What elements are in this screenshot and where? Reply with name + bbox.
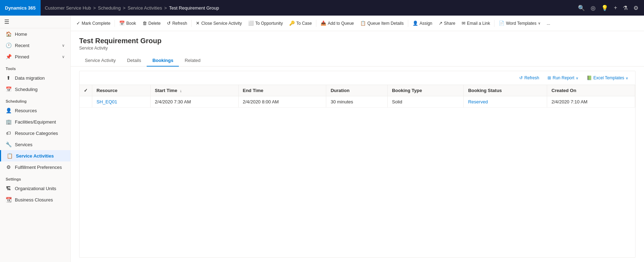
brand-logo[interactable]: Dynamics 365	[0, 0, 41, 16]
table-refresh-button[interactable]: ↺ Refresh	[516, 74, 542, 82]
sidebar-item-data-migration[interactable]: ⬆ Data migration	[0, 72, 70, 84]
divider	[115, 20, 115, 27]
business-closures-icon: 📆	[6, 197, 11, 203]
mark-complete-button[interactable]: ✓ Mark Complete	[74, 19, 113, 27]
target-icon[interactable]: ◎	[591, 5, 596, 11]
row-resource[interactable]: SH_EQ01	[92, 96, 151, 108]
settings-icon[interactable]: ⚙	[633, 5, 638, 11]
case-icon: 🔑	[289, 21, 295, 26]
col-resource[interactable]: Resource	[92, 85, 151, 96]
col-booking-type[interactable]: Booking Type	[387, 85, 463, 96]
sidebar-item-service-activities[interactable]: 📋 Service Activities	[0, 150, 70, 161]
tabs: Service Activity Details Bookings Relate…	[71, 55, 644, 67]
email-link-button[interactable]: ✉ Email a Link	[459, 19, 493, 27]
sidebar-item-org-units[interactable]: 🏗 Organizational Units	[0, 183, 70, 194]
word-icon: 📄	[499, 21, 504, 26]
add-to-queue-button[interactable]: 📥 Add to Queue	[318, 19, 357, 27]
col-resource-label: Resource	[96, 88, 117, 93]
to-opportunity-label: To Opportunity	[255, 21, 283, 26]
org-units-icon: 🏗	[6, 186, 11, 191]
row-booking-status[interactable]: Reserved	[464, 96, 547, 108]
data-migration-icon: ⬆	[6, 75, 11, 81]
sidebar-item-services-label: Services	[15, 142, 33, 147]
breadcrumb-app[interactable]: Customer Service Hub	[45, 5, 91, 11]
table-area: ↺ Refresh ⊞ Run Report ∨ 📗 Excel Templat…	[79, 71, 636, 258]
col-end-time[interactable]: End Time	[238, 85, 326, 96]
sidebar-item-fulfillment[interactable]: ⚙ Fulfillment Preferences	[0, 161, 70, 173]
tab-service-activity[interactable]: Service Activity	[79, 55, 121, 67]
col-check[interactable]: ✓	[80, 85, 92, 96]
table-toolbar: ↺ Refresh ⊞ Run Report ∨ 📗 Excel Templat…	[80, 71, 635, 85]
delete-button[interactable]: 🗑 Delete	[140, 19, 164, 27]
breadcrumb: Customer Service Hub > Scheduling > Serv…	[41, 5, 223, 11]
scheduling-section-label: Scheduling	[0, 95, 70, 105]
fulfillment-icon: ⚙	[6, 164, 11, 170]
row-check[interactable]	[80, 96, 92, 108]
row-created-on: 2/4/2020 7:10 AM	[547, 96, 635, 108]
col-start-time[interactable]: Start Time ↓	[151, 85, 239, 96]
breadcrumb-section[interactable]: Scheduling	[98, 5, 121, 11]
scheduling-icon: 📅	[6, 86, 11, 92]
share-icon: ↗	[439, 21, 443, 26]
col-booking-status[interactable]: Booking Status	[464, 85, 547, 96]
delete-label: Delete	[148, 21, 161, 26]
sidebar-item-home[interactable]: 🏠 Home	[0, 28, 70, 40]
refresh-icon: ↺	[167, 21, 171, 26]
service-activities-icon: 📋	[7, 153, 12, 159]
tab-details[interactable]: Details	[121, 55, 147, 67]
col-end-time-label: End Time	[243, 88, 263, 93]
table-scroll: ✓ Resource Start Time ↓ End Time	[80, 85, 635, 257]
col-duration[interactable]: Duration	[326, 85, 388, 96]
sidebar-item-resource-categories[interactable]: 🏷 Resource Categories	[0, 127, 70, 139]
assign-button[interactable]: 👤 Assign	[410, 19, 435, 27]
run-report-button[interactable]: ⊞ Run Report ∨	[545, 74, 581, 82]
add-icon[interactable]: +	[614, 5, 617, 11]
excel-templates-button[interactable]: 📗 Excel Templates ∨	[584, 74, 631, 82]
help-icon[interactable]: 💡	[601, 5, 608, 11]
sidebar-item-facilities[interactable]: 🏢 Facilities/Equipment	[0, 116, 70, 127]
breadcrumb-sub[interactable]: Service Activities	[128, 5, 162, 11]
col-created-on[interactable]: Created On	[547, 85, 635, 96]
more-label: ...	[547, 21, 550, 26]
recent-icon: 🕐	[6, 42, 11, 48]
email-icon: ✉	[462, 21, 466, 26]
refresh-icon: ↺	[519, 75, 523, 80]
sidebar-top: ☰	[0, 16, 70, 28]
assign-label: Assign	[420, 21, 432, 26]
refresh-button[interactable]: ↺ Refresh	[164, 19, 190, 27]
tab-bookings[interactable]: Bookings	[147, 55, 179, 67]
divider	[191, 20, 192, 27]
sidebar-item-scheduling[interactable]: 📅 Scheduling	[0, 84, 70, 95]
share-label: Share	[444, 21, 455, 26]
sidebar-item-services[interactable]: 🔧 Services	[0, 139, 70, 150]
to-case-label: To Case	[296, 21, 312, 26]
add-to-queue-label: Add to Queue	[328, 21, 354, 26]
filter-icon[interactable]: ⚗	[623, 5, 628, 11]
tab-related[interactable]: Related	[179, 55, 206, 67]
page-subtitle: Service Activity	[79, 46, 636, 51]
breadcrumb-sep1: >	[93, 5, 96, 11]
more-button[interactable]: ...	[544, 19, 553, 27]
queue-icon: 📥	[321, 21, 326, 26]
sidebar-item-pinned[interactable]: 📌 Pinned ∨	[0, 51, 70, 62]
book-button[interactable]: 📅 Book	[116, 19, 139, 27]
queue-item-details-button[interactable]: 📋 Queue Item Details	[357, 19, 406, 27]
sidebar-item-resources[interactable]: 👤 Resources	[0, 105, 70, 116]
hamburger-icon[interactable]: ☰	[4, 19, 9, 25]
assign-icon: 👤	[412, 21, 418, 26]
chevron-down-icon: ∨	[62, 43, 65, 48]
word-templates-button[interactable]: 📄 Word Templates ∨	[496, 19, 543, 27]
word-templates-label: Word Templates	[506, 21, 536, 26]
bookings-table: ✓ Resource Start Time ↓ End Time	[80, 85, 635, 108]
col-start-time-label: Start Time	[155, 88, 177, 93]
share-button[interactable]: ↗ Share	[436, 19, 458, 27]
excel-templates-label: Excel Templates	[593, 75, 624, 80]
sidebar-item-recent[interactable]: 🕐 Recent ∨	[0, 40, 70, 51]
sidebar-item-pinned-label: Pinned	[15, 54, 29, 59]
search-icon[interactable]: 🔍	[578, 5, 585, 11]
close-service-activity-button[interactable]: ✕ Close Service Activity	[193, 19, 245, 27]
to-case-button[interactable]: 🔑 To Case	[286, 19, 315, 27]
to-opportunity-button[interactable]: ⬜ To Opportunity	[245, 19, 286, 27]
table-refresh-label: Refresh	[524, 75, 539, 80]
sidebar-item-business-closures[interactable]: 📆 Business Closures	[0, 194, 70, 205]
